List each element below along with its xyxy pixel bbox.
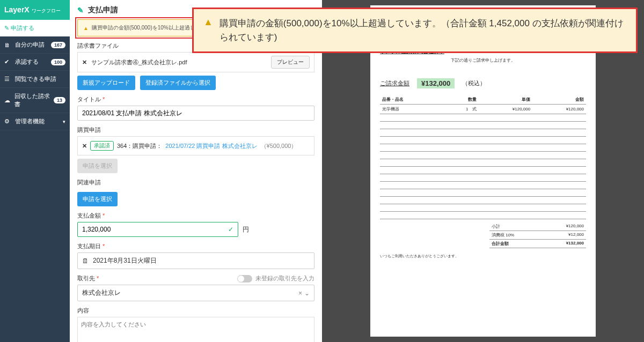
- check-icon: ✔: [4, 58, 12, 65]
- linked-purchase: ✕ 承認済 364：購買申請： 2021/07/22 購買申請 株式会社京レ （…: [77, 136, 314, 155]
- purchase-link[interactable]: 2021/07/22 購買申請 株式会社京レ: [165, 142, 257, 150]
- gear-icon: ⚙: [4, 118, 12, 125]
- sidebar: LayerXワークフロー ✎ 申請する 🗎 自分の申請 167 ✔ 承認する 1…: [0, 0, 70, 342]
- nav-collected[interactable]: ☁ 回収した請求書 13: [0, 88, 70, 113]
- invoice-summary: 小計¥120,000 消費税 10%¥12,000 合計金額¥132,000: [489, 222, 586, 248]
- title-input[interactable]: [77, 106, 314, 121]
- vendor-label-row: 取引先 * 未登録の取引先を入力: [77, 274, 314, 282]
- content-label: 内容: [77, 307, 314, 315]
- chevron-down-icon: ▾: [63, 119, 65, 124]
- edit-icon: ✎: [77, 6, 84, 14]
- title-label: タイトル *: [77, 95, 314, 103]
- calendar-icon: 🗓: [82, 257, 89, 265]
- create-request-button[interactable]: ✎ 申請する: [0, 20, 70, 36]
- remove-file-button[interactable]: ✕: [82, 59, 87, 66]
- invoice-total: ご請求金額 ¥132,000 （税込）: [380, 78, 586, 88]
- date-label: 支払期日 *: [77, 242, 314, 250]
- select-file-button[interactable]: 登録済ファイルから選択: [140, 76, 216, 90]
- preview-button[interactable]: プレビュー: [271, 56, 310, 69]
- nav-approve[interactable]: ✔ 承認する 100: [0, 54, 70, 71]
- unregistered-vendor-toggle[interactable]: [237, 275, 252, 282]
- badge: 167: [51, 42, 65, 48]
- badge: 13: [54, 97, 65, 103]
- chevron-down-icon: ⌄: [304, 289, 310, 297]
- content-textarea[interactable]: [77, 317, 314, 342]
- warning-icon: ▲: [83, 25, 89, 31]
- date-input[interactable]: 🗓 2021年8月31日火曜日: [77, 252, 314, 269]
- purchase-label: 購買申請: [77, 126, 314, 134]
- file-attachment: ✕ サンプル請求書④_株式会社京レ.pdf プレビュー: [77, 52, 314, 72]
- clear-icon[interactable]: ×: [298, 289, 302, 297]
- select-related-button[interactable]: 申請を選択: [77, 192, 118, 206]
- amount-label: 支払金額 *: [77, 212, 314, 220]
- status-chip: 承認済: [90, 141, 114, 151]
- invoice-doc: 請求日：2021/07/01 請求番号： 請求書 株式会社京レ 〒000-000…: [370, 5, 596, 337]
- vendor-select[interactable]: 株式会社京レ × ⌄: [77, 285, 314, 301]
- upload-button[interactable]: 新規アップロード: [77, 76, 135, 90]
- edit-icon: ✎: [4, 25, 9, 31]
- warning-icon: ▲: [203, 17, 213, 44]
- amount-input[interactable]: [82, 226, 228, 233]
- remove-link-button[interactable]: ✕: [82, 143, 87, 150]
- check-icon: ✓: [228, 226, 233, 233]
- cloud-icon: ☁: [4, 97, 11, 104]
- related-label: 関連申請: [77, 179, 314, 187]
- amount-input-wrap: ✓: [77, 222, 238, 237]
- select-purchase-button: 申請を選択: [77, 159, 118, 173]
- nav-viewable[interactable]: ☰ 閲覧できる申請: [0, 71, 70, 88]
- warning-callout: ▲ 購買申請の金額(500,000)を10%以上超過しています。（合計金額 1,…: [192, 8, 638, 53]
- invoice-line-items: 品番・品名数量単価金額 光学機器1 式¥120,000¥120,000: [380, 95, 586, 219]
- list-icon: ☰: [4, 76, 12, 83]
- file-name: サンプル請求書④_株式会社京レ.pdf: [91, 58, 187, 66]
- badge: 100: [51, 59, 65, 65]
- nav-my-requests[interactable]: 🗎 自分の申請 167: [0, 36, 70, 54]
- logo: LayerXワークフロー: [0, 0, 70, 20]
- doc-icon: 🗎: [4, 42, 12, 48]
- nav-admin[interactable]: ⚙ 管理者機能 ▾: [0, 113, 70, 130]
